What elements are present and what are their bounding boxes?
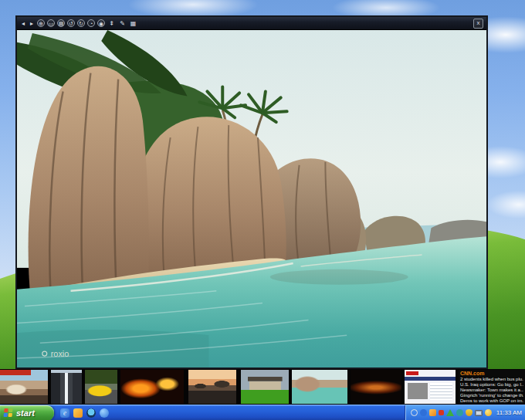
system-tray: 11:33 AM (405, 405, 525, 420)
thumbnail-waterfall[interactable] (51, 370, 82, 404)
thumbnail-yellow-car[interactable] (85, 370, 117, 404)
thumbnail-beach-boulders[interactable] (292, 370, 347, 404)
thumbnail-fire-night[interactable] (120, 370, 184, 404)
start-button[interactable]: start (0, 405, 54, 420)
next-photo-button[interactable]: ▸ (29, 19, 35, 28)
display-icon[interactable] (475, 410, 483, 416)
internet-explorer-icon[interactable]: e (60, 408, 69, 418)
close-button[interactable]: x (473, 19, 483, 29)
thumbnail-news-webpage[interactable] (405, 370, 456, 404)
quick-launch-bar: e (60, 408, 109, 418)
edit-icon[interactable]: ✎ (118, 19, 127, 28)
photo-beach-scene: roxio (17, 30, 486, 368)
news-headline[interactable]: Dems to work with GOP on im... (460, 398, 523, 404)
tray-clock[interactable]: 11:33 AM (496, 409, 522, 416)
news-headlines-panel: CNN.com 2 students killed when bus plu..… (459, 370, 525, 404)
red-alert-icon[interactable] (439, 410, 444, 415)
teal-dot-icon[interactable] (456, 409, 463, 416)
thumbnail-filmstrip: CNN.com 2 students killed when bus plu..… (0, 369, 525, 405)
watermark-text: roxio (51, 349, 69, 358)
slideshow-icon[interactable]: ◔ (87, 19, 95, 27)
news-headline[interactable]: Newsmaker: Town makes it a... (460, 388, 523, 393)
zoom-icon[interactable]: ⊕ (37, 19, 45, 27)
rotate-right-icon[interactable]: ↻ (77, 19, 85, 27)
previous-photo-button[interactable]: ◂ (20, 19, 26, 28)
delete-icon[interactable]: ▦ (129, 19, 137, 28)
taskbar: start e 11:33 AM (0, 405, 525, 420)
start-button-label: start (16, 408, 35, 418)
orange-app-tray-icon[interactable] (429, 409, 436, 416)
fit-to-screen-icon[interactable]: ▭ (47, 19, 55, 27)
orange-app-icon[interactable] (73, 408, 83, 418)
viewer-toolbar: ◂ ▸ ⊕ ▭ ▤ ↺ ↻ ◔ ◉ ⇞ ✎ ▦ x (17, 17, 486, 30)
media-player-icon[interactable] (86, 408, 96, 418)
rotate-left-icon[interactable]: ↺ (67, 19, 75, 27)
thumbnail-stone-house[interactable] (241, 370, 289, 404)
thumbnail-city-night[interactable] (351, 370, 401, 404)
windows-logo-icon (3, 408, 13, 418)
upload-icon[interactable]: ⇞ (107, 19, 116, 28)
options-icon[interactable]: ◉ (97, 19, 105, 27)
photo-viewer-window: ◂ ▸ ⊕ ▭ ▤ ↺ ↻ ◔ ◉ ⇞ ✎ ▦ x (15, 15, 488, 369)
news-headline[interactable]: 2 students killed when bus plu... (460, 377, 523, 382)
green-triangle-icon[interactable] (446, 409, 454, 416)
thumbnail-coastal-rocks[interactable] (0, 370, 48, 404)
blue-dot-icon[interactable] (420, 409, 427, 416)
messenger-icon[interactable] (100, 408, 109, 418)
news-headline[interactable]: U.S. Iraq options: Go big, go l... (460, 382, 523, 388)
yellow-status-icon[interactable] (485, 409, 492, 416)
shield-icon[interactable] (466, 409, 472, 416)
news-headline[interactable]: Gingrich 'running' to change th... (460, 393, 523, 398)
print-icon[interactable]: ▤ (57, 19, 65, 27)
thumbnail-sunset-harbor[interactable] (188, 370, 236, 404)
news-source-label: CNN.com (460, 371, 523, 377)
clock-ring-icon[interactable] (411, 409, 418, 416)
beach-photo-svg: roxio (17, 30, 486, 368)
